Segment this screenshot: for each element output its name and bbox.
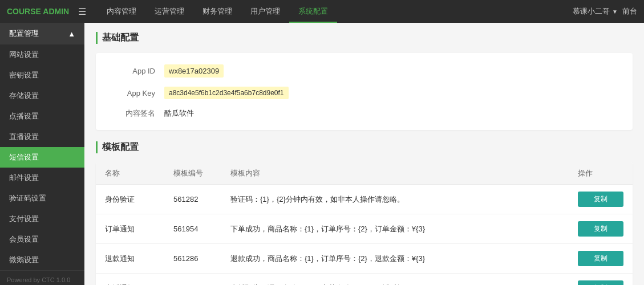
sidebar-items: 配置管理 ▲ 网站设置 密钥设置 存储设置 点播设置 直播设置 短信设置 邮件设… [0,23,84,270]
row2-name: 退款通知 [105,254,173,264]
app-logo: COURSE ADMIN [7,7,69,16]
top-nav: COURSE ADMIN ☰ 内容管理 运营管理 财务管理 用户管理 系统配置 … [0,0,644,23]
row0-copy-button[interactable]: 复制 [578,192,623,207]
col-content: 模板内容 [230,168,578,178]
row0-code: 561282 [173,195,230,203]
sidebar-item-email[interactable]: 邮件设置 [0,168,84,188]
row3-content: 直播预告，课程名称：{1}，章节名称：{2}，开播时间：{3} [230,283,578,286]
table-row: 订单通知 561954 下单成功，商品名称：{1}，订单序号：{2}，订单金额：… [96,214,633,244]
user-name: 慕课小二哥 [573,6,610,17]
row2-content: 退款成功，商品名称：{1}，订单序号：{2}，退款金额：¥{3} [230,254,578,264]
user-dropdown-arrow: ▼ [612,9,618,15]
row1-copy-button[interactable]: 复制 [578,221,623,237]
row2-copy-button[interactable]: 复制 [578,251,623,266]
basic-config-title: 基础配置 [96,32,633,44]
table-row: 身份验证 561282 验证码：{1}，{2}分钟内有效，如非本人操作请忽略。 … [96,185,633,214]
sidebar-group-header[interactable]: 配置管理 ▲ [0,23,84,44]
table-row: 退款通知 561286 退款成功，商品名称：{1}，订单序号：{2}，退款金额：… [96,244,633,274]
table-header: 名称 模板编号 模板内容 操作 [96,162,633,185]
table-row: 直播通知 561288 直播预告，课程名称：{1}，章节名称：{2}，开播时间：… [96,274,633,285]
row0-content: 验证码：{1}，{2}分钟内有效，如非本人操作请忽略。 [230,194,578,205]
basic-config-card: App ID wx8e17a02309 App Key a8c3d4e5f6b1… [96,53,633,130]
template-config-title: 模板配置 [96,141,633,153]
sidebar: 配置管理 ▲ 网站设置 密钥设置 存储设置 点播设置 直播设置 短信设置 邮件设… [0,23,84,285]
content-sign-label: 内容签名 [110,108,155,119]
content-sign-row: 内容签名 酷瓜软件 [110,108,619,119]
appid-value: wx8e17a02309 [164,64,224,78]
appid-label: App ID [110,67,155,75]
row1-name: 订单通知 [105,224,173,234]
sidebar-item-sms[interactable]: 短信设置 [0,147,84,168]
sidebar-item-vod[interactable]: 点播设置 [0,106,84,127]
col-action: 操作 [578,168,623,178]
row1-code: 561954 [173,225,230,233]
menu-toggle-icon[interactable]: ☰ [78,6,86,17]
row3-copy-button[interactable]: 复制 [578,280,623,285]
user-dropdown[interactable]: 慕课小二哥 ▼ [573,6,618,17]
appkey-row: App Key a8c3d4e5f6b1c2d3e4f5a6b7c8d9e0f1 [110,87,619,99]
sidebar-item-payment[interactable]: 支付设置 [0,209,84,229]
sidebar-footer: Powered by CTC 1.0.0 [0,270,84,285]
main-content: 基础配置 App ID wx8e17a02309 App Key a8c3d4e… [84,23,644,285]
sidebar-item-membership[interactable]: 会员设置 [0,229,84,250]
sidebar-group-label: 配置管理 [9,28,39,39]
template-table: 名称 模板编号 模板内容 操作 身份验证 561282 验证码：{1}，{2}分… [96,162,633,285]
col-code: 模板编号 [173,168,230,178]
row0-name: 身份验证 [105,194,173,205]
col-name: 名称 [105,168,173,178]
nav-item-users[interactable]: 用户管理 [241,0,289,23]
appkey-label: App Key [110,89,155,97]
sidebar-item-key[interactable]: 密钥设置 [0,65,84,85]
row2-code: 561286 [173,254,230,263]
nav-item-content[interactable]: 内容管理 [98,0,145,23]
top-nav-menu: 内容管理 运营管理 财务管理 用户管理 系统配置 [98,0,573,23]
nav-item-ops[interactable]: 运营管理 [145,0,193,23]
row1-content: 下单成功，商品名称：{1}，订单序号：{2}，订单金额：¥{3} [230,224,578,234]
appid-row: App ID wx8e17a02309 [110,64,619,78]
sidebar-item-storage[interactable]: 存储设置 [0,85,84,106]
content-sign-value: 酷瓜软件 [164,108,210,119]
sidebar-item-live[interactable]: 直播设置 [0,127,84,147]
top-nav-right: 慕课小二哥 ▼ 前台 [573,6,637,17]
main-layout: 配置管理 ▲ 网站设置 密钥设置 存储设置 点播设置 直播设置 短信设置 邮件设… [0,23,644,285]
sidebar-item-weige[interactable]: 微鹅设置 [0,250,84,270]
appkey-value: a8c3d4e5f6b1c2d3e4f5a6b7c8d9e0f1 [164,87,289,99]
row3-name: 直播通知 [105,283,173,286]
sidebar-item-website[interactable]: 网站设置 [0,44,84,65]
sidebar-group-arrow: ▲ [68,30,75,38]
sidebar-item-captcha[interactable]: 验证码设置 [0,188,84,209]
nav-item-finance[interactable]: 财务管理 [193,0,241,23]
front-link[interactable]: 前台 [622,6,637,17]
nav-item-system[interactable]: 系统配置 [289,0,337,23]
